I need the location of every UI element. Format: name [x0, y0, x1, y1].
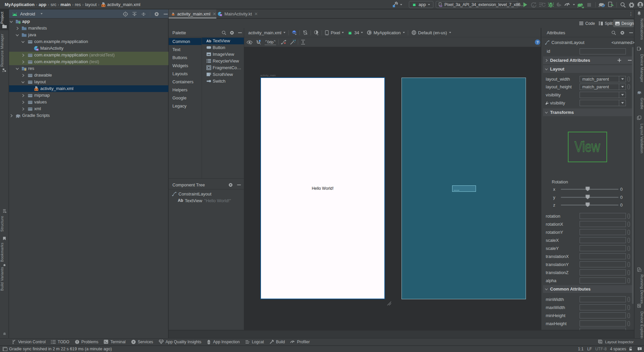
svg-text:A: A	[532, 4, 535, 8]
svg-text:View: View	[575, 138, 600, 155]
svg-text:?: ?	[536, 40, 539, 44]
